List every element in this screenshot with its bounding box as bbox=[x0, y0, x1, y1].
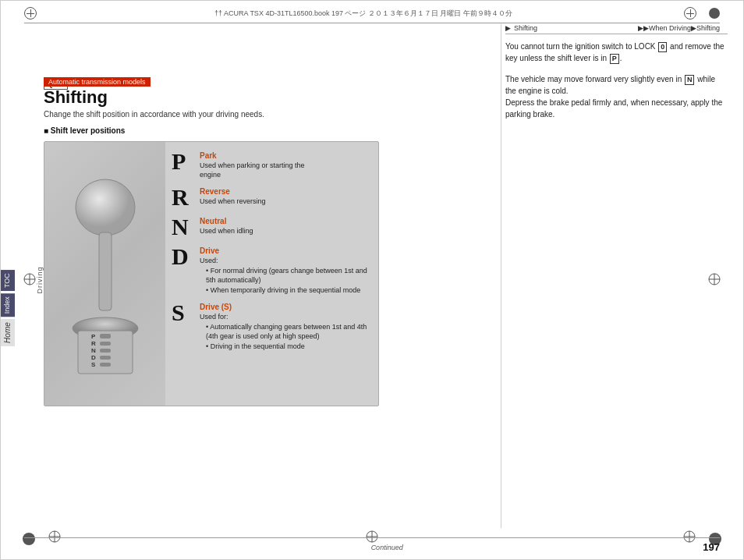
gear-name-R: Reverse bbox=[200, 187, 372, 196]
right-section-label: ▶ Shifting bbox=[505, 24, 728, 34]
gear-labels-area: P Park Used when parking or starting the… bbox=[165, 142, 378, 406]
gear-desc-P: Used when parking or starting theengine bbox=[200, 161, 372, 179]
top-right-marks bbox=[684, 7, 720, 19]
page: †† ACURA TSX 4D-31TL16500.book 197 ページ ２… bbox=[0, 0, 744, 560]
svg-text:N: N bbox=[91, 347, 96, 354]
driving-label: Driving bbox=[36, 266, 44, 293]
top-bar: †† ACURA TSX 4D-31TL16500.book 197 ページ ２… bbox=[24, 7, 720, 23]
svg-text:P: P bbox=[91, 333, 96, 340]
top-right-crosshair bbox=[684, 7, 696, 19]
svg-point-15 bbox=[76, 179, 135, 236]
right-text-1: You cannot turn the ignition switch to L… bbox=[505, 41, 728, 64]
gear-desc-S-item-1: Automatically changing gears between 1st… bbox=[206, 322, 372, 342]
right-panel: ▶ Shifting You cannot turn the ignition … bbox=[505, 24, 728, 528]
bottom-bar: Continued 197 bbox=[24, 537, 720, 553]
auto-transmission-badge: Automatic transmission models bbox=[44, 77, 151, 87]
side-tabs: TOC Index Home bbox=[1, 270, 15, 346]
svg-rect-16 bbox=[99, 232, 112, 310]
gear-desc-D-list: For normal driving (gears change between… bbox=[206, 266, 372, 296]
svg-text:D: D bbox=[91, 354, 96, 361]
index-tab[interactable]: Index bbox=[1, 293, 15, 317]
gear-desc-D-item-2: When temporarily driving in the sequenti… bbox=[206, 285, 372, 296]
toc-tab[interactable]: TOC bbox=[1, 270, 15, 291]
top-right-circle bbox=[709, 8, 720, 19]
left-crosshair bbox=[23, 272, 37, 288]
gear-letter-P: P bbox=[172, 150, 200, 173]
svg-text:S: S bbox=[91, 361, 96, 368]
gear-desc-S-item-2: Driving in the sequential mode bbox=[206, 342, 372, 352]
vertical-divider bbox=[501, 24, 501, 528]
gear-letter-D: D bbox=[172, 245, 200, 268]
svg-rect-20 bbox=[100, 342, 111, 346]
gear-info-D: Drive Used: For normal driving (gears ch… bbox=[200, 245, 372, 295]
home-tab[interactable]: Home bbox=[1, 319, 15, 346]
gear-item-P: P Park Used when parking or starting the… bbox=[172, 150, 372, 179]
svg-rect-23 bbox=[100, 363, 111, 367]
gear-item-S: S Drive (S) Used for: Automatically chan… bbox=[172, 301, 372, 351]
page-title: Shifting bbox=[44, 88, 501, 107]
gear-desc-D-intro: Used: bbox=[200, 256, 372, 265]
neutral-indicator: N bbox=[685, 75, 695, 85]
subtitle: Change the shift position in accordance … bbox=[44, 110, 501, 119]
gear-image-area: P R N D S bbox=[44, 142, 165, 406]
gear-desc-S-list: Automatically changing gears between 1st… bbox=[206, 322, 372, 352]
file-info: †† ACURA TSX 4D-31TL16500.book 197 ページ ２… bbox=[43, 9, 684, 19]
gear-desc-R: Used when reversing bbox=[200, 197, 372, 206]
shift-diagram: P R N D S P Park Used when parking or st… bbox=[44, 141, 379, 406]
lock-indicator: 0 bbox=[658, 42, 667, 52]
gear-item-D: D Drive Used: For normal driving (gears … bbox=[172, 245, 372, 295]
gear-info-S: Drive (S) Used for: Automatically changi… bbox=[200, 301, 372, 351]
gear-name-D: Drive bbox=[200, 246, 372, 255]
park-indicator: P bbox=[610, 54, 619, 64]
svg-rect-21 bbox=[100, 349, 111, 353]
gear-item-N: N Neutral Used when idling bbox=[172, 215, 372, 239]
shift-positions-heading: ■ Shift lever positions bbox=[44, 126, 501, 135]
top-left-crosshair bbox=[24, 7, 37, 19]
gear-info-R: Reverse Used when reversing bbox=[200, 186, 372, 206]
gear-desc-N: Used when idling bbox=[200, 226, 372, 236]
page-number: 197 bbox=[703, 541, 720, 553]
right-text-2: The vehicle may move forward very slight… bbox=[505, 73, 728, 120]
gear-info-P: Park Used when parking or starting theen… bbox=[200, 150, 372, 179]
svg-text:R: R bbox=[91, 340, 96, 347]
gear-letter-R: R bbox=[172, 186, 200, 209]
gear-desc-D-item-1: For normal driving (gears change between… bbox=[206, 266, 372, 285]
gear-letter-N: N bbox=[172, 215, 200, 239]
gear-name-S: Drive (S) bbox=[200, 303, 372, 311]
shifter-illustration: P R N D S bbox=[55, 161, 156, 387]
gear-info-N: Neutral Used when idling bbox=[200, 215, 372, 236]
gear-letter-S: S bbox=[172, 301, 200, 324]
gear-name-N: Neutral bbox=[200, 217, 372, 225]
gear-desc-S-intro: Used for: bbox=[200, 312, 372, 321]
right-section-arrow: ▶ bbox=[505, 24, 511, 32]
gear-name-P: Park bbox=[200, 151, 372, 160]
gear-item-R: R Reverse Used when reversing bbox=[172, 186, 372, 209]
main-content: Automatic transmission models Shifting C… bbox=[44, 24, 501, 528]
svg-rect-19 bbox=[100, 334, 111, 338]
right-section-title: Shifting bbox=[514, 24, 537, 32]
continued-text: Continued bbox=[371, 544, 403, 551]
svg-rect-22 bbox=[100, 356, 111, 360]
